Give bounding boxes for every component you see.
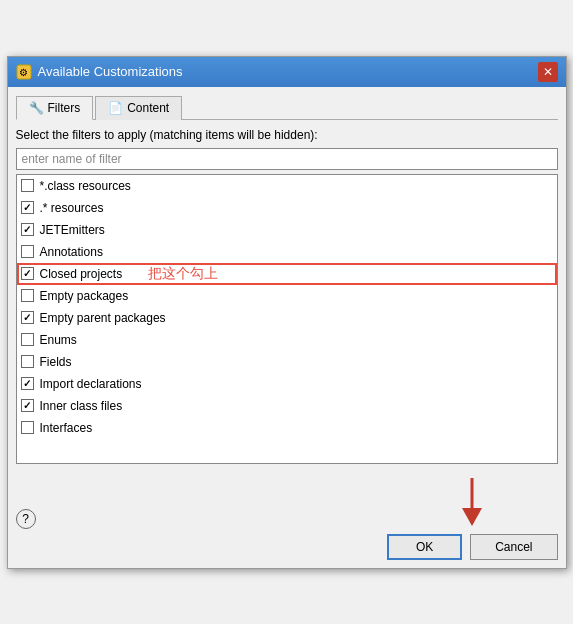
list-item: Interfaces xyxy=(17,417,557,439)
dialog: ⚙ Available Customizations ✕ 🔧 Filters 📄… xyxy=(7,56,567,569)
tab-filters[interactable]: 🔧 Filters xyxy=(16,96,94,120)
item-label-5: Empty packages xyxy=(40,289,129,303)
dialog-body: 🔧 Filters 📄 Content Select the filters t… xyxy=(8,87,566,472)
list-item: Annotations xyxy=(17,241,557,263)
dialog-icon: ⚙ xyxy=(16,64,32,80)
footer: ? OK Cancel xyxy=(8,472,566,568)
checkbox-8[interactable] xyxy=(21,355,34,368)
item-label-1: .* resources xyxy=(40,201,104,215)
checkbox-9[interactable] xyxy=(21,377,34,390)
instruction-text: Select the filters to apply (matching it… xyxy=(16,128,558,142)
tabs: 🔧 Filters 📄 Content xyxy=(16,95,558,120)
item-label-0: *.class resources xyxy=(40,179,131,193)
filters-tab-icon: 🔧 xyxy=(29,101,44,115)
item-label-2: JETEmitters xyxy=(40,223,105,237)
annotation-text: 把这个勾上 xyxy=(148,265,218,283)
list-item: Empty parent packages xyxy=(17,307,557,329)
list-item: Inner class files xyxy=(17,395,557,417)
list-item: Fields xyxy=(17,351,557,373)
list-item: Enums xyxy=(17,329,557,351)
svg-text:⚙: ⚙ xyxy=(19,67,28,78)
checkbox-1[interactable] xyxy=(21,201,34,214)
checkbox-7[interactable] xyxy=(21,333,34,346)
filters-tab-label: Filters xyxy=(48,101,81,115)
cancel-button[interactable]: Cancel xyxy=(470,534,557,560)
list-item: .* resources xyxy=(17,197,557,219)
checkbox-10[interactable] xyxy=(21,399,34,412)
item-label-11: Interfaces xyxy=(40,421,93,435)
item-label-3: Annotations xyxy=(40,245,103,259)
title-bar: ⚙ Available Customizations ✕ xyxy=(8,57,566,87)
checkbox-11[interactable] xyxy=(21,421,34,434)
checkbox-6[interactable] xyxy=(21,311,34,324)
checkbox-5[interactable] xyxy=(21,289,34,302)
item-label-6: Empty parent packages xyxy=(40,311,166,325)
close-button[interactable]: ✕ xyxy=(538,62,558,82)
item-label-9: Import declarations xyxy=(40,377,142,391)
list-item: *.class resources xyxy=(17,175,557,197)
checkbox-4[interactable] xyxy=(21,267,34,280)
ok-button[interactable]: OK xyxy=(387,534,462,560)
svg-marker-3 xyxy=(462,508,482,526)
item-label-4: Closed projects xyxy=(40,267,123,281)
item-label-8: Fields xyxy=(40,355,72,369)
dialog-title: Available Customizations xyxy=(38,64,183,79)
down-arrow-icon xyxy=(452,478,492,528)
filter-input[interactable] xyxy=(16,148,558,170)
checkbox-0[interactable] xyxy=(21,179,34,192)
filter-list[interactable]: *.class resources.* resourcesJETEmitters… xyxy=(16,174,558,464)
content-tab-icon: 📄 xyxy=(108,101,123,115)
list-item: Empty packages xyxy=(17,285,557,307)
content-tab-label: Content xyxy=(127,101,169,115)
help-button[interactable]: ? xyxy=(16,509,36,529)
checkbox-3[interactable] xyxy=(21,245,34,258)
tab-content[interactable]: 📄 Content xyxy=(95,96,182,120)
list-item: JETEmitters xyxy=(17,219,557,241)
item-label-7: Enums xyxy=(40,333,77,347)
list-item: Closed projects把这个勾上 xyxy=(17,263,557,285)
list-item: Import declarations xyxy=(17,373,557,395)
item-label-10: Inner class files xyxy=(40,399,123,413)
checkbox-2[interactable] xyxy=(21,223,34,236)
